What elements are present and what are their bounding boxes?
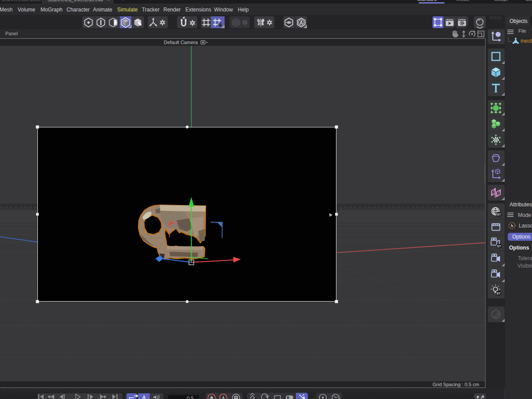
- svg-text:A: A: [299, 20, 303, 25]
- svg-text:ST: ST: [497, 245, 502, 248]
- svg-text:0.5: 0.5: [187, 395, 193, 399]
- svg-text:ST: ST: [497, 292, 501, 295]
- svg-text:ST: ST: [497, 213, 502, 216]
- svg-text:A: A: [142, 395, 146, 399]
